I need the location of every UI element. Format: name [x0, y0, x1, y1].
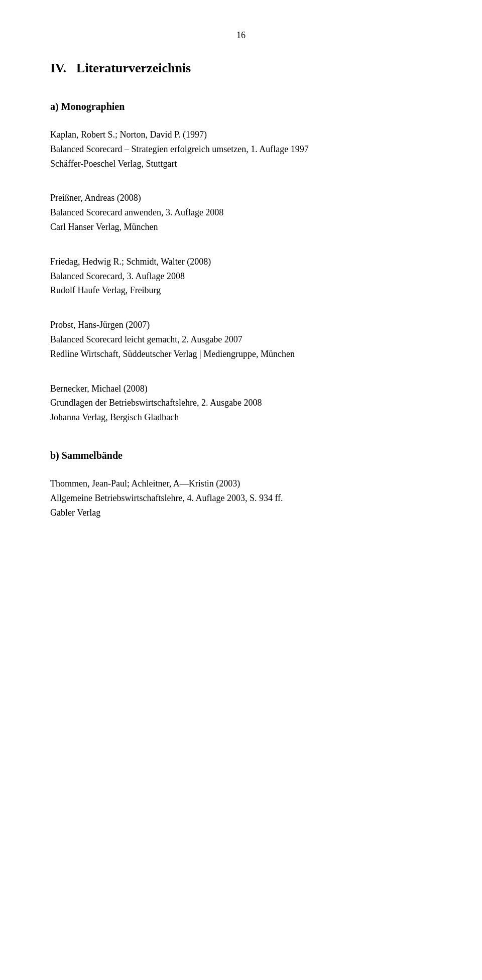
entry-title: Allgemeine Betriebswirtschaftslehre, 4. … — [50, 493, 283, 503]
entry-line: Probst, Hans-Jürgen (2007) Balanced Scor… — [50, 318, 432, 361]
entry-author-year: Friedag, Hedwig R.; Schmidt, Walter (200… — [50, 257, 211, 267]
entry-publisher: Schäffer-Poeschel Verlag, Stuttgart — [50, 159, 177, 169]
page-number: 16 — [50, 30, 432, 41]
entry-line: Bernecker, Michael (2008) Grundlagen der… — [50, 382, 432, 425]
section-title-text: Literaturverzeichnis — [76, 61, 191, 75]
entry-line: Friedag, Hedwig R.; Schmidt, Walter (200… — [50, 255, 432, 298]
entry-author-year: Probst, Hans-Jürgen (2007) — [50, 320, 150, 330]
entry-line: Kaplan, Robert S.; Norton, David P. (199… — [50, 128, 432, 171]
entry-preissner: Preißner, Andreas (2008) Balanced Scorec… — [50, 191, 432, 234]
entry-publisher: Gabler Verlag — [50, 508, 100, 518]
entry-publisher: Rudolf Haufe Verlag, Freiburg — [50, 285, 161, 295]
entry-author-year: Bernecker, Michael (2008) — [50, 384, 148, 394]
entry-title: Grundlagen der Betriebswirtschaftslehre,… — [50, 398, 262, 408]
section-roman: IV. — [50, 61, 66, 75]
entry-thommen-achleitner: Thommen, Jean-Paul; Achleitner, A—Kristi… — [50, 476, 432, 520]
entry-author-year: Kaplan, Robert S.; Norton, David P. (199… — [50, 130, 207, 140]
entry-title: Balanced Scorecard anwenden, 3. Auflage … — [50, 207, 223, 217]
entry-probst: Probst, Hans-Jürgen (2007) Balanced Scor… — [50, 318, 432, 361]
entry-bernecker: Bernecker, Michael (2008) Grundlagen der… — [50, 382, 432, 425]
entry-author-year: Thommen, Jean-Paul; Achleitner, A—Kristi… — [50, 478, 240, 488]
entry-line: Thommen, Jean-Paul; Achleitner, A—Kristi… — [50, 476, 432, 520]
entry-publisher: Redline Wirtschaft, Süddeutscher Verlag … — [50, 349, 295, 359]
entry-publisher: Carl Hanser Verlag, München — [50, 222, 158, 232]
entry-kaplan-norton: Kaplan, Robert S.; Norton, David P. (199… — [50, 128, 432, 171]
subsection-monographien-title: a) Monographien — [50, 101, 432, 112]
entry-author-year: Preißner, Andreas (2008) — [50, 193, 141, 203]
entry-title: Balanced Scorecard leicht gemacht, 2. Au… — [50, 334, 243, 344]
entry-title: Balanced Scorecard, 3. Auflage 2008 — [50, 271, 185, 281]
entry-friedag-schmidt: Friedag, Hedwig R.; Schmidt, Walter (200… — [50, 255, 432, 298]
entry-title: Balanced Scorecard – Strategien erfolgre… — [50, 144, 309, 154]
section-title: IV.Literaturverzeichnis — [50, 61, 432, 76]
subsection-monographien: a) Monographien Kaplan, Robert S.; Norto… — [50, 101, 432, 425]
entry-publisher: Johanna Verlag, Bergisch Gladbach — [50, 412, 179, 422]
entry-line: Preißner, Andreas (2008) Balanced Scorec… — [50, 191, 432, 234]
subsection-sammelbaende-title: b) Sammelbände — [50, 450, 432, 461]
subsection-sammelbaende: b) Sammelbände Thommen, Jean-Paul; Achle… — [50, 450, 432, 520]
